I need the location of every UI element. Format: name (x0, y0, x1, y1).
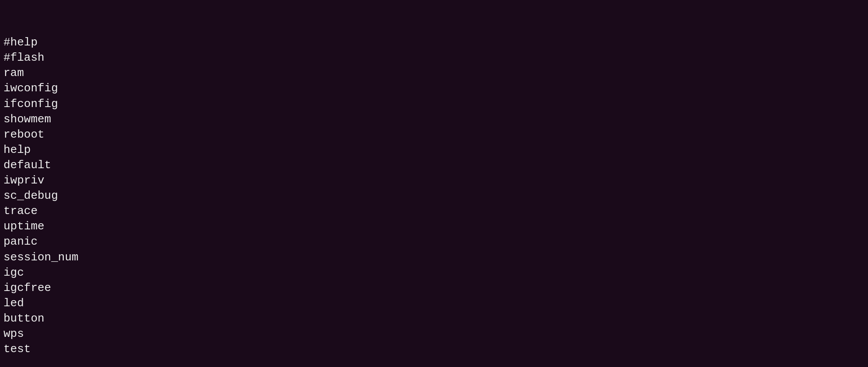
terminal-output: #help#flashramiwconfigifconfigshowmemreb… (3, 4, 865, 367)
command-item: uptime (3, 219, 865, 234)
command-item: help (3, 142, 865, 158)
command-item: session_num (3, 250, 865, 265)
command-item: iwpriv (3, 173, 865, 188)
command-item: sc_debug (3, 188, 865, 204)
command-list: #help#flashramiwconfigifconfigshowmemreb… (3, 35, 865, 357)
command-item: ram (3, 66, 865, 81)
command-item: trace (3, 204, 865, 219)
command-item: led (3, 296, 865, 311)
command-item: #flash (3, 50, 865, 66)
command-item: showmem (3, 112, 865, 127)
command-item: #help (3, 35, 865, 50)
command-item: igc (3, 265, 865, 280)
command-item: button (3, 311, 865, 326)
command-item: igcfree (3, 280, 865, 296)
command-item: wps (3, 326, 865, 342)
command-item: ifconfig (3, 97, 865, 112)
command-item: default (3, 158, 865, 173)
command-item: test (3, 342, 865, 357)
command-item: iwconfig (3, 81, 865, 96)
command-item: reboot (3, 127, 865, 142)
command-item: panic (3, 234, 865, 249)
